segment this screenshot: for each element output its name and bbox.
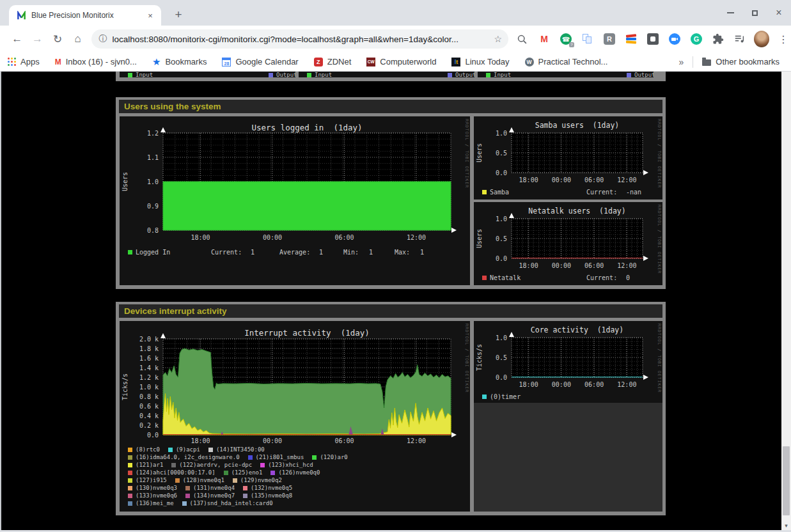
bookmark-apps[interactable]: Apps <box>8 57 40 66</box>
stat-value: 0 <box>626 274 630 281</box>
bookmark-label: Other bookmarks <box>716 57 779 66</box>
extensions-puzzle-icon[interactable] <box>710 31 726 47</box>
legend-row: (124)ahci[0000:00:17.0](125)eno1(126)nvm… <box>128 469 328 476</box>
copy-pages-extension-icon[interactable] <box>580 31 595 47</box>
other-bookmarks[interactable]: Other bookmarks <box>702 57 779 66</box>
back-button[interactable]: ← <box>8 29 27 49</box>
legend-label: Output <box>455 72 474 77</box>
y-tick-label: 1.0 <box>474 215 507 223</box>
legend-swatch <box>182 501 187 506</box>
graph-title: Core activity (1day) <box>512 325 643 334</box>
apps-grid-icon <box>8 58 16 66</box>
gmail-icon: M <box>55 58 61 66</box>
partial-graph-panel[interactable]: Input Output <box>120 72 295 77</box>
books-extension-icon[interactable] <box>623 31 639 47</box>
legend-label: (14)INT3450:00 <box>216 446 265 453</box>
scrollbar-thumb[interactable] <box>783 446 790 515</box>
legend-row: (130)nvme0q3(131)nvme0q4(132)nvme0q5 <box>128 485 301 491</box>
tab-close-icon[interactable]: × <box>145 10 156 21</box>
calendar-icon: 28 <box>222 58 231 66</box>
y-tick-label: 0.8 k <box>120 393 159 400</box>
legend-label: (129)nvme0q2 <box>240 477 282 483</box>
grammarly-extension-icon[interactable]: G <box>689 31 704 47</box>
vertical-scrollbar[interactable]: ▾ <box>781 72 791 530</box>
legend-row: (0)timer <box>482 393 521 400</box>
divider <box>693 56 693 68</box>
wordpress-icon: W <box>525 58 534 66</box>
graph-title: Netatalk users (1day) <box>512 207 643 215</box>
bookmark-google-calendar[interactable]: 28 Google Calendar <box>222 57 298 66</box>
legend-swatch <box>260 463 265 467</box>
core-activity-panel[interactable]: Core activity (1day)Ticks/s1.00.50.018:0… <box>474 321 662 512</box>
y-tick-label: 1.2 k <box>120 374 159 381</box>
legend-swatch <box>128 471 132 475</box>
legend-label: (126)nvme0q0 <box>278 469 320 476</box>
bookmark-inbox[interactable]: M Inbox (16) - sjvn0... <box>55 57 137 66</box>
y-tick-label: 0.0 <box>474 255 507 262</box>
legend-label: Output <box>276 72 295 77</box>
playlist-extension-icon[interactable] <box>732 31 748 47</box>
home-button[interactable]: ⌂ <box>68 29 88 49</box>
bookmark-star-icon[interactable]: ☆ <box>494 34 502 44</box>
keep-extension-icon[interactable] <box>645 31 661 47</box>
y-tick-label: 0.5 <box>474 235 507 242</box>
chrome-menu-icon[interactable]: ⋮ <box>776 31 791 47</box>
r-extension-icon[interactable]: R <box>602 31 617 47</box>
legend-label: (135)nvme0q8 <box>251 492 292 499</box>
core-activity-graph[interactable]: Core activity (1day)Ticks/s1.00.50.018:0… <box>474 321 662 403</box>
address-bar[interactable]: ⓘ localhost:8080/monitorix-cgi/monitorix… <box>91 29 508 49</box>
x-tick-label: 06:00 <box>581 176 607 184</box>
stat-value: 1 <box>420 249 424 256</box>
legend-swatch <box>128 250 132 254</box>
x-tick-label: 18:00 <box>516 176 542 184</box>
legend-label: (124)ahci[0000:00:17.0] <box>136 469 215 476</box>
users-logged-in-graph[interactable]: Users logged in (1day)Users1.21.11.00.90… <box>120 116 470 285</box>
y-tick-label: 1.0 <box>120 178 159 185</box>
scrollbar-down-button[interactable]: ▾ <box>781 520 791 530</box>
url-text[interactable]: localhost:8080/monitorix-cgi/monitorix.c… <box>113 35 490 44</box>
y-tick-label: 0.4 k <box>120 412 159 419</box>
x-tick-label: 12:00 <box>614 262 639 269</box>
bookmark-computerworld[interactable]: CW Computerworld <box>366 57 436 66</box>
legend-label: (122)aerdrv, pcie-dpc <box>179 462 252 468</box>
zoom-extension-icon[interactable] <box>667 31 682 47</box>
section-users: Users using the system Users logged in (… <box>116 97 666 289</box>
bookmark-practical-technology[interactable]: W Practical Technol... <box>525 57 608 66</box>
samba-users-graph[interactable]: Samba users (1day)Users1.00.50.018:0000:… <box>474 116 662 199</box>
legend-swatch <box>312 455 317 460</box>
bookmark-zdnet[interactable]: Z ZDNet <box>314 57 352 66</box>
window-left-edge <box>0 72 1 530</box>
forward-button[interactable]: → <box>28 29 47 49</box>
plot-area <box>163 133 451 230</box>
window-minimize-button[interactable] <box>726 8 735 17</box>
browser-tab[interactable]: Blue Precision Monitorix × <box>9 5 161 26</box>
stat-value: 1 <box>369 249 373 256</box>
bookmarks-overflow-icon[interactable]: » <box>679 57 684 67</box>
bookmark-linux-today[interactable]: lt Linux Today <box>451 57 509 66</box>
input-swatch <box>486 73 490 77</box>
x-tick-label: 00:00 <box>260 234 285 241</box>
partial-graph-panel[interactable]: Input Output <box>299 72 474 77</box>
gmail-extension-icon[interactable]: M <box>536 31 552 47</box>
window-maximize-button[interactable] <box>750 8 759 17</box>
x-tick-label: 06:00 <box>332 234 357 241</box>
site-info-icon[interactable]: ⓘ <box>99 33 107 45</box>
profile-avatar[interactable] <box>754 31 769 47</box>
section-interrupts: Devices interrupt activity Interrupt act… <box>116 302 666 515</box>
search-icon[interactable] <box>515 31 530 47</box>
reload-button[interactable]: ↻ <box>48 29 67 49</box>
window-close-button[interactable]: × <box>774 8 783 17</box>
y-tick-label: 0.0 <box>474 169 507 176</box>
bookmark-bookmarks[interactable]: ★ Bookmarks <box>152 57 207 66</box>
legend-swatch <box>175 478 180 483</box>
rrdtool-credit: RRDTOOL / TOBI OETIKER <box>657 119 662 197</box>
phone-extension-icon[interactable]: ☎? <box>558 31 574 47</box>
partial-graph-panel[interactable]: Input Output <box>478 72 654 77</box>
netatalk-users-graph[interactable]: Netatalk users (1day)Users1.00.50.018:00… <box>474 202 662 285</box>
zdnet-icon: Z <box>314 58 323 66</box>
stat-label: Average: <box>279 249 310 256</box>
y-tick-label: 0.6 k <box>120 403 159 410</box>
interrupt-activity-graph[interactable]: Interrupt activity (1day)Ticks/s2.0 k1.8… <box>120 321 470 512</box>
x-tick-label: 18:00 <box>188 234 214 241</box>
new-tab-button[interactable]: + <box>169 5 188 24</box>
